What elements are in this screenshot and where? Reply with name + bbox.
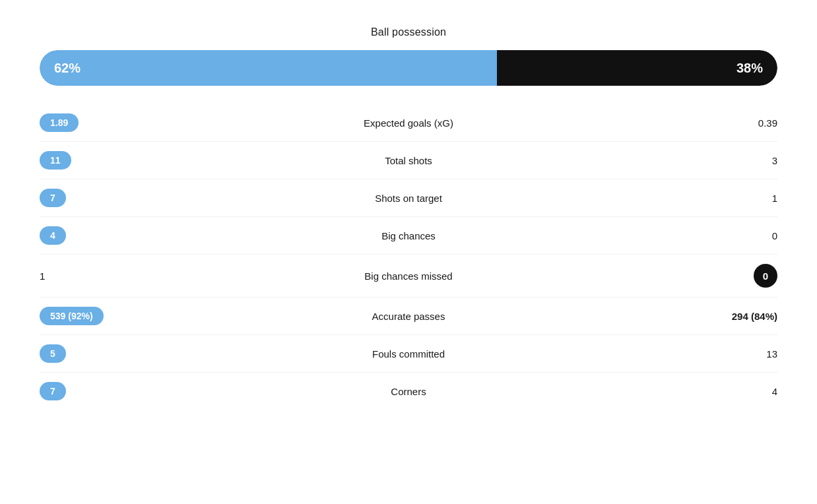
stat-right: 1	[645, 193, 777, 204]
stat-row: 11 Total shots 3	[40, 142, 777, 179]
stat-left: 1	[40, 270, 172, 282]
right-plain-value: 4	[772, 386, 777, 397]
right-plain-value: 13	[766, 348, 777, 360]
stat-label: Big chances	[172, 230, 645, 241]
left-badge-blue: 5	[40, 344, 66, 363]
stat-right: 0	[645, 264, 777, 288]
stat-label: Accurate passes	[172, 311, 645, 322]
stat-label: Fouls committed	[172, 348, 645, 360]
stat-right: 13	[645, 348, 777, 360]
right-plain-value: 0.39	[758, 117, 777, 129]
stat-right: 4	[645, 386, 777, 397]
stat-left: 4	[40, 226, 172, 245]
stat-left: 1.89	[40, 113, 172, 132]
stat-right: 0	[645, 230, 777, 241]
possession-right-value: 38%	[736, 61, 763, 76]
left-badge-blue: 7	[40, 382, 66, 400]
stats-table: 1.89 Expected goals (xG) 0.39 11 Total s…	[40, 104, 777, 410]
stat-left: 7	[40, 382, 172, 400]
possession-left-value: 62%	[54, 61, 81, 76]
stat-left: 7	[40, 189, 172, 207]
possession-bar: 62% 38%	[40, 50, 777, 86]
stat-label: Total shots	[172, 155, 645, 166]
left-badge-blue: 539 (92%)	[40, 307, 104, 325]
left-badge-blue: 1.89	[40, 113, 79, 132]
stat-row: 539 (92%) Accurate passes 294 (84%)	[40, 298, 777, 335]
stat-right: 3	[645, 155, 777, 166]
possession-right: 38%	[497, 50, 777, 86]
left-badge-blue: 4	[40, 226, 66, 245]
stat-row: 7 Corners 4	[40, 373, 777, 410]
right-plain-value: 3	[772, 155, 777, 166]
stat-left: 5	[40, 344, 172, 363]
section-title: Ball possession	[40, 26, 777, 38]
stat-left: 539 (92%)	[40, 307, 172, 325]
stat-row: 5 Fouls committed 13	[40, 335, 777, 373]
stat-row: 1 Big chances missed 0	[40, 255, 777, 298]
right-plain-value: 1	[772, 193, 777, 204]
left-plain-value: 1	[40, 270, 45, 282]
stat-label: Big chances missed	[172, 270, 645, 282]
stat-right: 0.39	[645, 117, 777, 129]
possession-left: 62%	[40, 50, 497, 86]
stat-right: 294 (84%)	[645, 311, 777, 322]
stats-container: Ball possession 62% 38% 1.89 Expected go…	[13, 13, 804, 423]
stat-row: 1.89 Expected goals (xG) 0.39	[40, 104, 777, 142]
left-badge-blue: 11	[40, 151, 71, 170]
stat-left: 11	[40, 151, 172, 170]
stat-row: 7 Shots on target 1	[40, 179, 777, 217]
left-badge-blue: 7	[40, 189, 66, 207]
right-badge-dark: 0	[754, 264, 777, 288]
right-plain-value: 0	[772, 230, 777, 241]
stat-label: Corners	[172, 386, 645, 397]
stat-row: 4 Big chances 0	[40, 217, 777, 255]
stat-label: Expected goals (xG)	[172, 117, 645, 129]
stat-label: Shots on target	[172, 193, 645, 204]
right-bold-value: 294 (84%)	[732, 311, 777, 322]
